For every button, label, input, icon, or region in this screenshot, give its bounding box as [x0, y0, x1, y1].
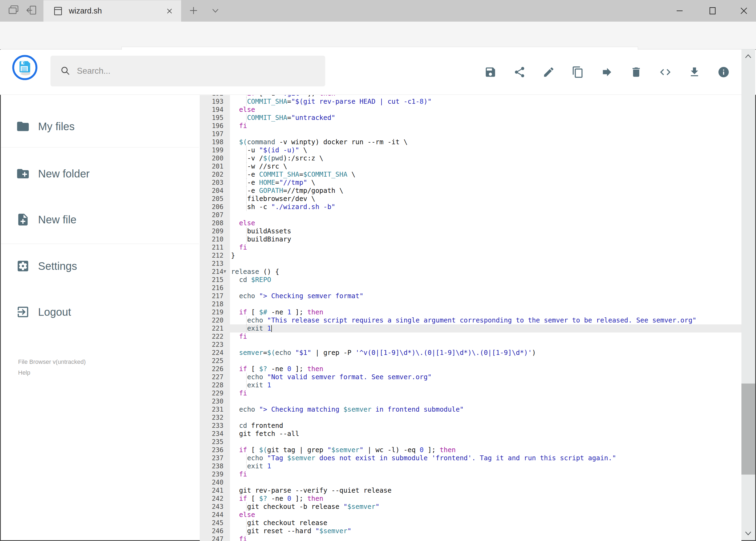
- code-line[interactable]: 200 -v /$(pwd):/src:z \: [200, 154, 741, 162]
- code-editor[interactable]: 192 if [ -d ".git" ]; then193 COMMIT_SHA…: [200, 95, 741, 541]
- share-file-icon[interactable]: [513, 66, 526, 78]
- code-line[interactable]: 217 echo "> Checking semver format": [200, 292, 741, 300]
- tab-list-chevron-icon[interactable]: [211, 7, 224, 20]
- code-line[interactable]: 223: [200, 340, 741, 349]
- copy-icon[interactable]: [572, 66, 584, 78]
- line-number: 204: [200, 187, 230, 195]
- file-toolbar: [484, 66, 730, 78]
- code-line[interactable]: 218: [200, 300, 741, 308]
- sidebar-item-new-file[interactable]: New file: [1, 208, 199, 231]
- tab-wizard-sh[interactable]: wizard.sh: [44, 0, 181, 22]
- code-view-icon[interactable]: [659, 66, 671, 78]
- code-line[interactable]: 212}: [200, 252, 741, 260]
- code-line[interactable]: 239 fi: [200, 470, 741, 478]
- code-line[interactable]: 195 COMMIT_SHA="untracked": [200, 114, 741, 122]
- code-line[interactable]: 213: [200, 260, 741, 268]
- code-line[interactable]: 240: [200, 478, 741, 486]
- code-line[interactable]: 242 if [ $? -ne 0 ]; then: [200, 495, 741, 503]
- scroll-up-icon[interactable]: [743, 52, 753, 61]
- code-line[interactable]: 196 fi: [200, 122, 741, 130]
- code-line[interactable]: 229 fi: [200, 389, 741, 397]
- line-number: 224: [200, 349, 230, 357]
- code-line[interactable]: 221 exit 1: [200, 324, 741, 332]
- code-line[interactable]: 247 fi: [200, 535, 741, 541]
- code-line[interactable]: 234 git fetch --all: [200, 430, 741, 438]
- app-header: Search...: [0, 50, 756, 95]
- line-number: 241: [200, 486, 230, 495]
- code-line[interactable]: 235: [200, 438, 741, 446]
- code-line[interactable]: 216: [200, 284, 741, 292]
- code-line[interactable]: 209 buildAssets: [200, 227, 741, 235]
- scroll-down-icon[interactable]: [743, 528, 753, 538]
- minimize-button[interactable]: [666, 0, 693, 22]
- code-line[interactable]: 233 cd frontend: [200, 422, 741, 430]
- code-line[interactable]: 201 -w //src \: [200, 162, 741, 171]
- close-button[interactable]: [730, 0, 756, 22]
- code-line[interactable]: 198 $(command -v winpty) docker run --rm…: [200, 138, 741, 146]
- code-line[interactable]: 207: [200, 211, 741, 219]
- sidebar-item-label: Settings: [38, 260, 77, 272]
- code-text: if [ -d ".git" ]; then: [230, 95, 741, 98]
- code-line[interactable]: 192 if [ -d ".git" ]; then: [200, 95, 741, 98]
- sidebar: My files New folder New file Settings Lo…: [1, 95, 199, 540]
- help-link[interactable]: Help: [18, 367, 86, 378]
- search-input[interactable]: Search...: [51, 56, 325, 86]
- new-tab-icon[interactable]: [189, 6, 202, 19]
- tab-preview-icon[interactable]: [7, 4, 20, 17]
- code-line[interactable]: 215 cd $REPO: [200, 276, 741, 284]
- code-line[interactable]: 241 git rev-parse --verify --quiet relea…: [200, 486, 741, 495]
- code-line[interactable]: 208 else: [200, 219, 741, 227]
- code-line[interactable]: 225: [200, 357, 741, 365]
- tab-close-icon[interactable]: [165, 7, 173, 15]
- sidebar-item-my-files[interactable]: My files: [1, 115, 199, 138]
- code-line[interactable]: 203 -e HOME="//tmp" \: [200, 179, 741, 187]
- code-line[interactable]: 230: [200, 397, 741, 405]
- code-line[interactable]: 197: [200, 130, 741, 138]
- code-line[interactable]: 193 COMMIT_SHA="$(git rev-parse HEAD | c…: [200, 98, 741, 106]
- edit-icon[interactable]: [543, 66, 555, 78]
- code-line[interactable]: 243 git checkout -b release "$semver": [200, 503, 741, 511]
- fold-arrow-icon[interactable]: ▾: [223, 267, 226, 275]
- code-line[interactable]: 226 if [ $? -ne 0 ]; then: [200, 365, 741, 373]
- code-line[interactable]: 210 buildBinary: [200, 235, 741, 244]
- code-line[interactable]: 206 sh -c "./wizard.sh -b": [200, 203, 741, 211]
- code-line[interactable]: 244 else: [200, 511, 741, 519]
- line-number: 211: [200, 244, 230, 252]
- code-text: -e GOPATH=//tmp/gopath \: [230, 187, 741, 195]
- save-icon[interactable]: [484, 66, 497, 78]
- code-text: [230, 260, 741, 268]
- code-line[interactable]: 238 exit 1: [200, 462, 741, 470]
- code-line[interactable]: 202 -e COMMIT_SHA=$COMMIT_SHA \: [200, 171, 741, 179]
- sidebar-item-new-folder[interactable]: New folder: [1, 162, 199, 185]
- code-line[interactable]: 204 -e GOPATH=//tmp/gopath \: [200, 187, 741, 195]
- code-line[interactable]: 224 semver=$(echo "$1" | grep -P '^v(0|[…: [200, 349, 741, 357]
- code-line[interactable]: 231 echo "> Checking matching $semver in…: [200, 405, 741, 413]
- set-tabs-aside-icon[interactable]: [25, 4, 38, 17]
- code-line[interactable]: 214▾release () {: [200, 268, 741, 276]
- code-line[interactable]: 220 echo "This release script requires a…: [200, 316, 741, 324]
- code-line[interactable]: 222 fi: [200, 332, 741, 340]
- info-icon[interactable]: [717, 66, 730, 78]
- code-line[interactable]: 219 if [ $# -ne 1 ]; then: [200, 308, 741, 316]
- download-icon[interactable]: [688, 66, 701, 78]
- scrollbar-thumb[interactable]: [741, 383, 755, 475]
- delete-icon[interactable]: [630, 66, 642, 78]
- code-line[interactable]: 237 echo "Tag $semver does not exist in …: [200, 454, 741, 462]
- maximize-button[interactable]: [699, 0, 726, 22]
- sidebar-item-settings[interactable]: Settings: [1, 255, 199, 277]
- code-line[interactable]: 227 echo "Not valid semver format. See s…: [200, 373, 741, 381]
- move-icon[interactable]: [601, 66, 613, 78]
- code-text: buildBinary: [230, 235, 741, 244]
- code-line[interactable]: 228 exit 1: [200, 381, 741, 389]
- code-line[interactable]: 199 -u "$(id -u)" \: [200, 146, 741, 154]
- code-line[interactable]: 211 fi: [200, 244, 741, 252]
- page-scrollbar[interactable]: [741, 49, 755, 540]
- code-line[interactable]: 232: [200, 413, 741, 422]
- sidebar-item-logout[interactable]: Logout: [1, 300, 199, 323]
- code-line[interactable]: 245 git checkout release: [200, 519, 741, 527]
- code-line[interactable]: 205 filebrowser/dev \: [200, 195, 741, 203]
- code-line[interactable]: 194 else: [200, 106, 741, 114]
- code-line[interactable]: 246 git reset --hard "$semver": [200, 527, 741, 535]
- code-line[interactable]: 236 if [ $(git tag | grep "$semver" | wc…: [200, 446, 741, 454]
- search-placeholder: Search...: [77, 66, 111, 76]
